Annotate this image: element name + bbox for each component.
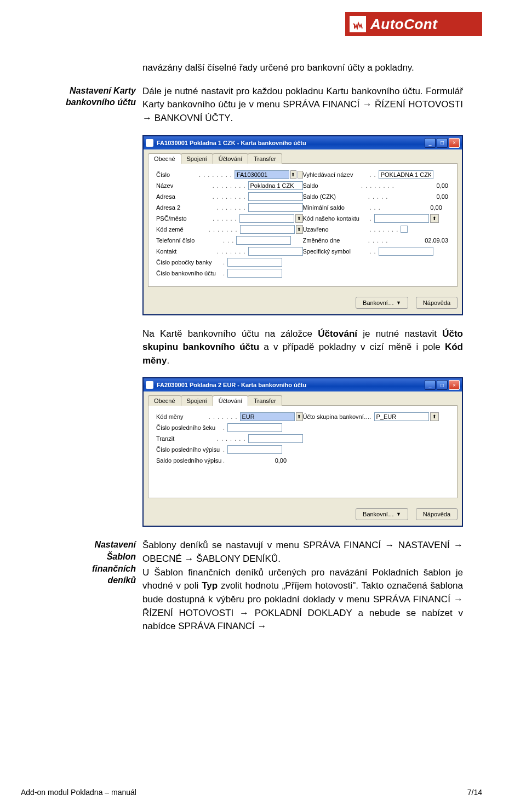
field-input[interactable] xyxy=(227,269,282,278)
form-field: Uzavřeno . . . . . . . xyxy=(303,224,450,235)
field-value: 0,00 xyxy=(227,457,288,464)
tab-spojeni[interactable]: Spojení xyxy=(181,153,213,164)
field-input[interactable] xyxy=(240,412,295,421)
lookup-button[interactable]: ⬆ xyxy=(430,214,439,223)
field-label: Číslo posledního výpisu xyxy=(156,446,223,453)
page-footer: Add-on modul Pokladna – manuál 7/14 xyxy=(21,788,482,797)
close-button[interactable]: × xyxy=(449,138,460,148)
form-field: Adresa 2 . . . . . . . xyxy=(156,202,303,213)
form-field: Číslo pobočky banky . xyxy=(156,257,303,268)
field-value: 0,00 xyxy=(383,204,443,211)
form-field: Specifický symbol . . xyxy=(303,246,450,257)
field-label: PSČ/město xyxy=(156,215,213,222)
form-field: Číslo posledního šeku . xyxy=(156,422,303,433)
form-field: Minimální saldo . . . 0,00 xyxy=(303,202,450,213)
field-label: Saldo posledního výpisu xyxy=(156,457,223,464)
field-input[interactable] xyxy=(248,434,303,443)
napoveda-button[interactable]: Nápověda xyxy=(416,297,458,309)
field-input[interactable] xyxy=(379,170,433,179)
lookup-button[interactable]: ⬆ xyxy=(296,225,303,234)
field-label: Kód našeho kontaktu xyxy=(303,215,370,222)
edit-icon[interactable] xyxy=(298,171,303,178)
mid-paragraph: Na Kartě bankovního účtu na záložce Účto… xyxy=(142,327,463,368)
tab-uctovani[interactable]: Účtování xyxy=(213,395,248,406)
lookup-button[interactable]: ⬆ xyxy=(295,214,303,223)
lookup-button[interactable]: ⬆ xyxy=(290,170,296,179)
bankovni-button[interactable]: Bankovní…▼ xyxy=(356,508,408,520)
tab-strip: Obecné Spojení Účtování Transfer xyxy=(144,149,462,163)
field-input[interactable] xyxy=(236,236,291,245)
form-field: Saldo (CZK) . . . . . 0,00 xyxy=(303,191,450,202)
brand-logo: AutoCont xyxy=(345,12,482,36)
side-heading-templates: Nastavení Šablon finančních deníků xyxy=(63,539,136,633)
maximize-button[interactable]: □ xyxy=(437,380,448,390)
body-paragraph: U Šablon finančních deníků určených pro … xyxy=(142,566,463,634)
napoveda-button[interactable]: Nápověda xyxy=(416,508,458,520)
form-field: Saldo . . . . . . . . 0,00 xyxy=(303,180,450,191)
form-panel: Kód měny . . . . . . . ⬆Číslo posledního… xyxy=(148,405,458,498)
field-value: 0,00 xyxy=(390,193,449,200)
logo-mark-icon xyxy=(350,16,366,32)
field-label: Saldo xyxy=(303,182,361,189)
form-field: Tranzit . . . . . . . xyxy=(156,433,303,444)
form-field: Kód země . . . . . . . ⬆ xyxy=(156,224,303,235)
field-input[interactable] xyxy=(374,214,429,223)
maximize-button[interactable]: □ xyxy=(437,138,448,148)
lookup-button[interactable]: ⬆ xyxy=(430,412,439,421)
field-label: Změněno dne xyxy=(303,237,368,244)
field-input[interactable] xyxy=(227,445,282,454)
field-input[interactable] xyxy=(235,170,289,179)
field-input[interactable] xyxy=(248,181,303,190)
field-label: Vyhledávací název xyxy=(303,171,370,178)
field-label: Číslo xyxy=(156,171,199,178)
lookup-button[interactable]: ⬆ xyxy=(296,412,303,421)
field-label: Název xyxy=(156,182,213,189)
minimize-button[interactable]: _ xyxy=(425,138,436,148)
bank-card-window-1: FA1030001 Pokladna 1 CZK - Karta bankovn… xyxy=(142,135,463,315)
field-input[interactable] xyxy=(248,192,303,201)
field-input[interactable] xyxy=(239,214,294,223)
form-field: Vyhledávací název . . xyxy=(303,169,450,180)
form-field: Kód našeho kontaktu . ⬆ xyxy=(303,213,450,224)
form-field: Adresa . . . . . . . . xyxy=(156,191,303,202)
field-label: Minimální saldo xyxy=(303,204,370,211)
footer-left: Add-on modul Pokladna – manuál xyxy=(21,788,136,797)
app-icon xyxy=(146,139,153,147)
field-input[interactable] xyxy=(227,423,282,432)
tab-uctovani[interactable]: Účtování xyxy=(213,153,248,164)
field-input[interactable] xyxy=(248,247,303,256)
field-label: Účto skupina bankovní… xyxy=(303,413,370,420)
field-label: Kód země xyxy=(156,226,209,233)
field-label: Specifický symbol xyxy=(303,248,370,255)
field-value: 02.09.03 xyxy=(390,237,449,244)
minimize-button[interactable]: _ xyxy=(425,380,436,390)
footer-right: 7/14 xyxy=(467,788,482,797)
window-title: FA1030001 Pokladna 1 CZK - Karta bankovn… xyxy=(157,140,424,146)
field-label: Kód měny xyxy=(156,413,209,420)
close-button[interactable]: × xyxy=(449,380,460,390)
tab-obecne[interactable]: Obecné xyxy=(148,153,181,164)
form-field: Název . . . . . . . . xyxy=(156,180,303,191)
tab-obecne[interactable]: Obecné xyxy=(148,395,181,406)
brand-name: AutoCont xyxy=(370,16,437,33)
intro-paragraph: navázány další číselné řady určené pro b… xyxy=(142,61,463,75)
field-input[interactable] xyxy=(248,203,303,212)
tab-transfer[interactable]: Transfer xyxy=(248,153,282,164)
field-input[interactable] xyxy=(374,412,429,421)
field-input[interactable] xyxy=(240,225,295,234)
field-label: Saldo (CZK) xyxy=(303,193,368,200)
tab-transfer[interactable]: Transfer xyxy=(248,395,282,406)
field-input[interactable] xyxy=(227,258,282,267)
bank-card-window-2: FA2030001 Pokladna 2 EUR - Karta bankovn… xyxy=(142,377,463,527)
body-paragraph: Šablony deníků se nastavují v menu SPRÁV… xyxy=(142,539,463,566)
window-titlebar[interactable]: FA1030001 Pokladna 1 CZK - Karta bankovn… xyxy=(144,136,462,149)
field-label: Číslo pobočky banky xyxy=(156,259,223,266)
bankovni-button[interactable]: Bankovní…▼ xyxy=(356,297,408,309)
side-heading-bank-card: Nastavení Karty bankovního účtu xyxy=(63,85,136,125)
form-field: Kód měny . . . . . . . ⬆ xyxy=(156,411,303,422)
tab-spojeni[interactable]: Spojení xyxy=(181,395,213,406)
field-input[interactable] xyxy=(379,247,433,256)
checkbox[interactable] xyxy=(401,226,408,233)
window-titlebar[interactable]: FA2030001 Pokladna 2 EUR - Karta bankovn… xyxy=(144,378,462,391)
field-label: Kontakt xyxy=(156,248,217,255)
